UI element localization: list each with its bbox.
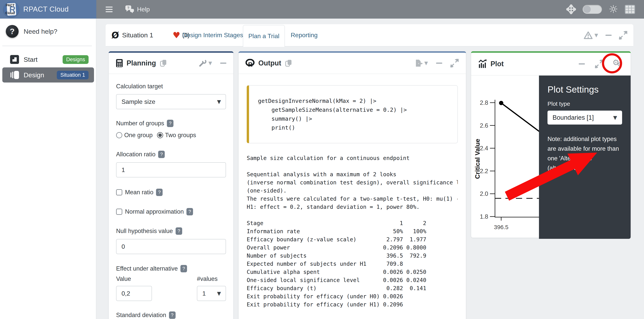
svg-text:2.8: 2.8 bbox=[480, 99, 488, 106]
caret-down-icon: ▼ bbox=[594, 32, 598, 38]
output-minimize-button[interactable] bbox=[436, 62, 442, 64]
output-body: getDesignInverseNormal(kMax = 2) |> getS… bbox=[238, 85, 466, 309]
tools-dropdown[interactable]: ▼ bbox=[199, 59, 212, 67]
sidebar-divider bbox=[2, 46, 92, 46]
plot-settings-button[interactable]: ⚙ ⚙ bbox=[612, 59, 624, 69]
radio-two-groups-label: Two groups bbox=[165, 132, 196, 139]
help-badge[interactable]: ? bbox=[176, 227, 182, 235]
allocation-ratio-input[interactable] bbox=[116, 162, 226, 177]
designs-badge: Designs bbox=[62, 55, 88, 64]
radio-two-groups[interactable] bbox=[157, 132, 163, 138]
mean-ratio-checkbox[interactable] bbox=[116, 189, 122, 195]
planning-title: Planning bbox=[126, 59, 156, 67]
plot-type-label: Plot type bbox=[548, 100, 622, 107]
chevron-down-icon: ▼ bbox=[217, 291, 221, 296]
plot-card: Plot ⚙ ⚙ 2.82.62.42.22.01.8396.5Critical… bbox=[471, 51, 631, 238]
r-logo-icon: R bbox=[246, 59, 255, 67]
plot-type-select[interactable]: Boundaries [1] ▼ bbox=[548, 111, 622, 125]
svg-text:R: R bbox=[248, 61, 252, 67]
expand-button[interactable] bbox=[619, 31, 628, 39]
warnings-dropdown[interactable]: ▼ bbox=[584, 31, 598, 39]
plot-minimize-button[interactable] bbox=[579, 63, 585, 64]
file-export-icon bbox=[415, 59, 422, 67]
svg-text:1.8: 1.8 bbox=[480, 213, 488, 220]
tab-plan-a-trial[interactable]: Plan a Trial bbox=[243, 25, 285, 47]
plot-settings-panel: Plot Settings Plot type Boundaries [1] ▼… bbox=[539, 75, 631, 239]
wrench-icon bbox=[199, 59, 206, 67]
tab-design-interim-stages[interactable]: Design Interim Stages bbox=[182, 24, 243, 46]
planning-minimize-button[interactable] bbox=[220, 62, 226, 64]
output-card: R Output ▼ bbox=[238, 51, 466, 319]
null-hypothesis-label: Null hypothesis value ? bbox=[116, 227, 226, 235]
copy-icon[interactable] bbox=[285, 59, 292, 67]
toggle-knob bbox=[583, 5, 591, 13]
output-header: R Output ▼ bbox=[238, 53, 466, 74]
help-badge[interactable]: ? bbox=[169, 312, 176, 319]
need-help-label: Need help? bbox=[24, 28, 57, 35]
plot-settings-title: Plot Settings bbox=[548, 84, 622, 95]
theme-toggle[interactable] bbox=[582, 5, 602, 14]
plot-title: Plot bbox=[490, 60, 504, 68]
code-block: getDesignInverseNormal(kMax = 2) |> getS… bbox=[247, 85, 458, 143]
value-label: Value bbox=[116, 276, 131, 282]
help-bubbles-icon: ? bbox=[124, 5, 135, 14]
plot-body: 2.82.62.42.22.01.8396.5Critical Value Pl… bbox=[471, 75, 631, 239]
radio-one-group-label: One group bbox=[124, 132, 153, 139]
rpact-logo-icon[interactable]: R PACT Cloud bbox=[4, 1, 19, 17]
sidebar-header: R PACT Cloud RPACT Cloud bbox=[0, 0, 96, 18]
svg-text:?: ? bbox=[127, 6, 130, 10]
sidebar-item-design[interactable]: Design Situation 1 bbox=[2, 67, 94, 82]
app-title: RPACT Cloud bbox=[23, 5, 68, 13]
fullscreen-arrows-icon[interactable] bbox=[566, 4, 576, 14]
number-of-groups-label: Number of groups ? bbox=[116, 120, 226, 127]
caret-down-icon: ▼ bbox=[424, 60, 428, 66]
output-expand-button[interactable] bbox=[450, 59, 459, 67]
null-hypothesis-input[interactable] bbox=[116, 239, 226, 254]
help-button[interactable]: ? Help bbox=[124, 5, 150, 14]
help-badge[interactable]: ? bbox=[158, 151, 165, 158]
help-label: Help bbox=[137, 6, 150, 13]
plot-expand-button[interactable] bbox=[595, 60, 604, 68]
sidebar-item-start[interactable]: Start Designs bbox=[2, 52, 94, 67]
tab-reporting[interactable]: Reporting bbox=[291, 24, 318, 46]
standard-deviation-label: Standard deviation ? bbox=[116, 312, 226, 319]
sidebar-item-label: Start bbox=[24, 56, 62, 63]
help-badge[interactable]: ? bbox=[156, 189, 162, 196]
page: R PACT Cloud RPACT Cloud ? Need help? St… bbox=[0, 0, 644, 319]
help-badge[interactable]: ? bbox=[167, 120, 174, 127]
need-help-row[interactable]: ? Need help? bbox=[0, 22, 96, 41]
gear-icon: ⚙ bbox=[617, 61, 622, 68]
brightness-gear-icon[interactable]: ☼ bbox=[608, 4, 618, 15]
start-icon bbox=[10, 55, 19, 64]
help-badge[interactable]: ? bbox=[180, 265, 187, 272]
topbar: ? Help ☼ bbox=[96, 0, 644, 18]
empty-set-icon: Ø bbox=[112, 30, 119, 40]
svg-text:2.6: 2.6 bbox=[480, 122, 488, 129]
svg-text:Critical Value: Critical Value bbox=[474, 139, 481, 179]
radio-one-group[interactable] bbox=[116, 132, 122, 138]
design-icon bbox=[10, 70, 19, 79]
svg-text:2.2: 2.2 bbox=[480, 168, 488, 175]
export-dropdown[interactable]: ▼ bbox=[415, 59, 428, 67]
minimize-button[interactable] bbox=[606, 35, 612, 36]
heart-icon[interactable]: ♥ bbox=[173, 31, 180, 39]
warning-triangle-icon bbox=[584, 31, 593, 39]
normal-approximation-checkbox[interactable] bbox=[116, 209, 122, 215]
plot-header: Plot ⚙ ⚙ bbox=[471, 53, 631, 75]
calculation-target-select[interactable]: Sample size ▼ bbox=[116, 94, 226, 109]
logo-text-top: PACT bbox=[6, 3, 14, 7]
hamburger-menu-icon[interactable] bbox=[106, 5, 112, 13]
svg-text:2.4: 2.4 bbox=[480, 145, 488, 152]
chart-icon bbox=[478, 59, 487, 68]
planning-form: Calculation target Sample size ▼ Number … bbox=[109, 83, 233, 319]
output-title: Output bbox=[258, 59, 281, 67]
effect-value-input[interactable] bbox=[116, 286, 152, 301]
num-values-select[interactable]: 1 ▼ bbox=[197, 286, 226, 301]
help-badge[interactable]: ? bbox=[186, 208, 193, 215]
calculator-icon bbox=[116, 59, 123, 68]
situation-title: Situation 1 bbox=[122, 31, 153, 39]
grid-layout-icon[interactable] bbox=[625, 5, 635, 14]
output-text: Sample size calculation for a continuous… bbox=[247, 154, 458, 309]
copy-icon[interactable] bbox=[160, 59, 167, 67]
situation-group: Ø Situation 1 ♥ (0) bbox=[112, 24, 190, 46]
